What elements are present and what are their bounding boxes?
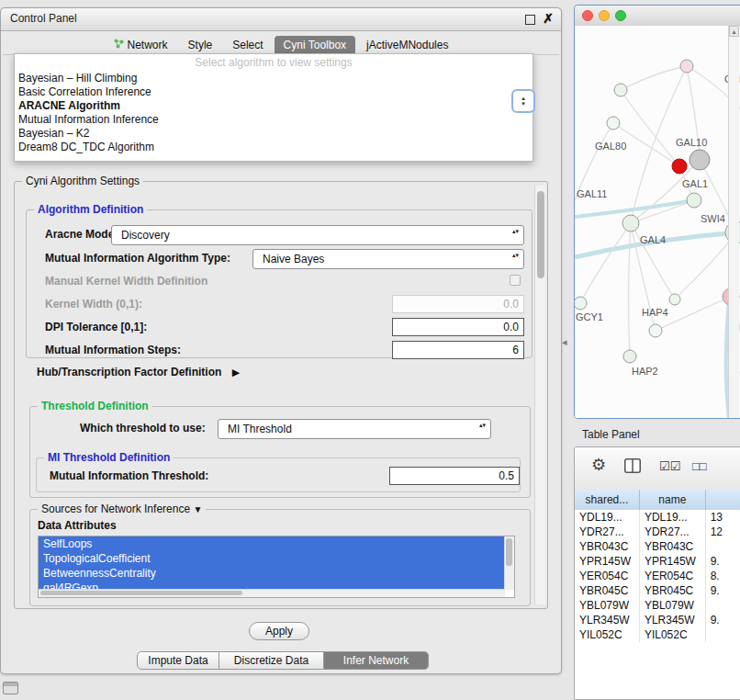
aracne-mode-combobox[interactable]: Discovery ▴▾ — [111, 225, 524, 245]
tab-style[interactable]: Style — [179, 36, 222, 54]
control-panel-titlebar[interactable]: Control Panel ✗ — [1, 8, 561, 31]
network-node-label: GAL10 — [676, 137, 707, 148]
select-all-icon[interactable]: ☑☑ — [659, 459, 680, 473]
dpi-tolerance-label: DPI Tolerance [0,1]: — [45, 321, 147, 333]
network-node-label: HAP4 — [642, 307, 668, 318]
network-node[interactable] — [622, 215, 639, 231]
dropdown-item[interactable]: Basic Correlation Inference — [15, 85, 533, 99]
cell: YDL19... — [640, 510, 706, 525]
table-row[interactable]: YDR27...YDR27...12 — [575, 525, 740, 539]
mi-steps-field[interactable]: 6 — [392, 341, 524, 359]
tab-cyni-toolbox[interactable]: Cyni Toolbox — [275, 36, 355, 54]
mi-threshold-field[interactable]: 0.5 — [389, 467, 520, 485]
tab-impute-data[interactable]: Impute Data — [137, 651, 219, 670]
dropdown-item[interactable]: Dream8 DC_TDC Algorithm — [15, 141, 533, 154]
table-row[interactable]: YBL079WYBL079W — [575, 598, 740, 613]
mi-algorithm-type-combobox[interactable]: Naive Bayes ▴▾ — [252, 249, 524, 269]
network-node[interactable] — [687, 193, 701, 208]
cell: YDR27... — [575, 525, 640, 539]
network-node[interactable] — [649, 324, 662, 337]
attributes-horizontal-scrollbar[interactable] — [39, 589, 505, 597]
which-threshold-combobox[interactable]: MI Threshold ▴▾ — [218, 419, 491, 439]
cell: YBR043C — [640, 539, 706, 554]
minimize-button[interactable] — [599, 10, 610, 21]
dropdown-placeholder-item[interactable]: Select algorithm to view settings — [15, 54, 533, 72]
network-vertical-scrollbar[interactable]: ▲ — [728, 26, 739, 418]
dropdown-item[interactable]: Bayesian – Hill Climbing — [15, 72, 533, 85]
cell: 13 — [706, 510, 740, 525]
sources-legend: Sources for Network Inference ▼ — [38, 502, 206, 515]
column-header-name[interactable]: name — [640, 490, 706, 510]
columns-icon[interactable] — [624, 458, 641, 476]
table-row[interactable]: YBR043CYBR043C — [575, 539, 740, 554]
column-header-partial[interactable] — [706, 490, 740, 510]
cell: YBR045C — [575, 583, 640, 598]
table-row[interactable]: YER054CYER054C8. — [575, 569, 740, 583]
network-node-label: HAP2 — [632, 366, 658, 377]
table-header-row: shared... name — [575, 490, 740, 511]
cell: YIL052C — [640, 627, 706, 642]
network-node[interactable] — [607, 117, 620, 130]
dropdown-item[interactable]: Bayesian – K2 — [15, 127, 533, 141]
kernel-width-label: Kernel Width (0,1): — [45, 298, 142, 310]
tab-jactivemnodules[interactable]: jActiveMNodules — [357, 36, 457, 54]
tab-network[interactable]: Network — [105, 36, 177, 54]
mi-threshold-legend: MI Threshold Definition — [44, 451, 174, 464]
dpi-tolerance-field[interactable]: 0.0 — [392, 318, 524, 336]
tab-select[interactable]: Select — [223, 36, 272, 54]
close-panel-icon[interactable]: ✗ — [543, 11, 554, 26]
table-row[interactable]: YPR145WYPR145W9. — [575, 554, 740, 569]
restore-panel-icon[interactable] — [3, 682, 18, 694]
settings-scrollbar[interactable] — [534, 186, 545, 604]
network-canvas[interactable]: GAL80 GAL10 GAL11 GAL1 SWI4 GAL4 GCY1 HA… — [575, 26, 740, 419]
which-threshold-label: Which threshold to use: — [80, 422, 206, 435]
attributes-hscroll-thumb[interactable] — [40, 591, 242, 595]
tab-infer-network[interactable]: Infer Network — [324, 651, 429, 670]
kernel-width-field[interactable]: 0.0 — [392, 295, 524, 313]
attribute-item-selected[interactable]: BetweennessCentrality — [39, 566, 505, 581]
column-header-shared-name[interactable]: shared... — [575, 490, 640, 510]
manual-kernel-width-checkbox[interactable] — [510, 275, 521, 286]
float-window-icon[interactable] — [525, 15, 535, 25]
cell — [706, 598, 740, 613]
table-row[interactable]: YDL19...YDL19...13 — [575, 510, 740, 525]
apply-button[interactable]: Apply — [249, 622, 309, 640]
expand-right-icon[interactable]: ▶ — [232, 367, 240, 378]
network-node-red[interactable] — [672, 159, 687, 174]
hub-tf-section-toggle[interactable]: Hub/Transcription Factor Definition ▶ — [37, 366, 240, 378]
settings-scrollbar-thumb[interactable] — [537, 191, 544, 278]
tab-discretize-data[interactable]: Discretize Data — [219, 651, 324, 670]
tab-label: Select — [232, 39, 263, 51]
dropdown-item-selected[interactable]: ARACNE Algorithm — [15, 99, 533, 113]
attributes-vscroll-thumb[interactable] — [506, 538, 512, 566]
network-node-label: GAL80 — [595, 141, 626, 152]
collapse-down-icon[interactable]: ▼ — [193, 504, 202, 514]
network-node[interactable] — [623, 350, 636, 363]
cell: 9. — [706, 583, 740, 598]
attribute-item-selected[interactable]: TopologicalCoefficient — [39, 551, 505, 566]
table-body: YDL19...YDL19...13 YDR27...YDR27...12 YB… — [575, 510, 740, 699]
attribute-item-selected[interactable]: SelfLoops — [39, 536, 505, 551]
close-button[interactable] — [582, 10, 593, 21]
network-node[interactable] — [680, 60, 693, 73]
zoom-button[interactable] — [615, 10, 626, 21]
gear-icon[interactable]: ⚙ — [591, 455, 606, 475]
network-window-titlebar[interactable] — [575, 6, 740, 27]
network-node[interactable] — [669, 294, 680, 305]
algorithm-combobox-button[interactable]: ▴ ▾ — [511, 89, 535, 113]
cell: 9. — [706, 613, 740, 627]
cell: YDR27... — [640, 525, 706, 539]
table-row[interactable]: YIL052CYIL052C — [575, 627, 740, 642]
attributes-vertical-scrollbar[interactable] — [504, 536, 514, 590]
splitter-handle[interactable]: ◂ — [562, 336, 567, 348]
scroll-up-icon[interactable]: ▲ — [729, 26, 739, 37]
table-row[interactable]: YLR345WYLR345W9. — [575, 613, 740, 627]
dropdown-item[interactable]: Mutual Information Inference — [15, 113, 533, 127]
network-node[interactable] — [575, 297, 587, 310]
deselect-all-icon[interactable]: □□ — [692, 459, 707, 473]
data-attributes-list[interactable]: SelfLoops TopologicalCoefficient Between… — [38, 536, 515, 598]
network-node[interactable] — [614, 84, 627, 96]
table-row[interactable]: YBR045CYBR045C9. — [575, 583, 740, 598]
network-node[interactable] — [690, 150, 710, 170]
combo-arrows-icon: ▴▾ — [512, 252, 519, 259]
